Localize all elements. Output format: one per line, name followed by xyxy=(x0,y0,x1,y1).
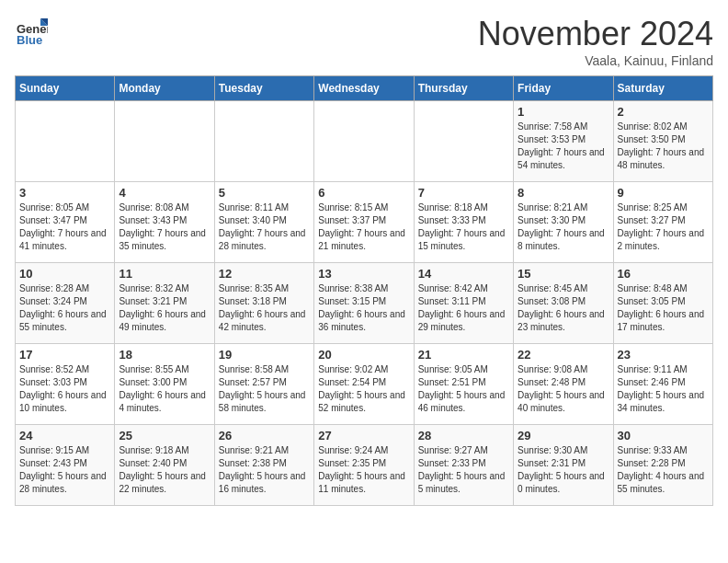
day-info: Sunrise: 8:52 AM Sunset: 3:03 PM Dayligh… xyxy=(19,363,110,415)
day-number: 17 xyxy=(19,348,110,362)
calendar-cell: 5Sunrise: 8:11 AM Sunset: 3:40 PM Daylig… xyxy=(214,182,313,263)
col-header-wednesday: Wednesday xyxy=(314,76,414,101)
day-info: Sunrise: 8:02 AM Sunset: 3:50 PM Dayligh… xyxy=(618,121,709,172)
day-info: Sunrise: 8:45 AM Sunset: 3:08 PM Dayligh… xyxy=(518,282,609,334)
day-number: 23 xyxy=(618,348,709,362)
day-info: Sunrise: 9:18 AM Sunset: 2:40 PM Dayligh… xyxy=(119,444,210,496)
day-number: 21 xyxy=(418,348,509,362)
calendar-cell: 27Sunrise: 9:24 AM Sunset: 2:35 PM Dayli… xyxy=(314,425,414,506)
day-number: 25 xyxy=(119,429,210,442)
calendar-cell: 29Sunrise: 9:30 AM Sunset: 2:31 PM Dayli… xyxy=(514,425,613,506)
day-info: Sunrise: 8:58 AM Sunset: 2:57 PM Dayligh… xyxy=(219,363,310,415)
calendar-table: SundayMondayTuesdayWednesdayThursdayFrid… xyxy=(15,75,713,506)
calendar-cell: 14Sunrise: 8:42 AM Sunset: 3:11 PM Dayli… xyxy=(414,263,513,344)
day-info: Sunrise: 8:05 AM Sunset: 3:47 PM Dayligh… xyxy=(19,201,110,253)
day-number: 29 xyxy=(518,429,609,442)
calendar-cell: 23Sunrise: 9:11 AM Sunset: 2:46 PM Dayli… xyxy=(613,344,712,425)
calendar-cell xyxy=(314,101,414,182)
calendar-cell: 15Sunrise: 8:45 AM Sunset: 3:08 PM Dayli… xyxy=(514,263,613,344)
day-number: 15 xyxy=(518,267,609,281)
day-number: 10 xyxy=(19,267,110,281)
calendar-cell xyxy=(214,101,313,182)
day-info: Sunrise: 9:02 AM Sunset: 2:54 PM Dayligh… xyxy=(318,363,409,415)
subtitle: Vaala, Kainuu, Finland xyxy=(478,53,713,68)
day-info: Sunrise: 9:33 AM Sunset: 2:28 PM Dayligh… xyxy=(618,444,709,496)
day-info: Sunrise: 8:55 AM Sunset: 3:00 PM Dayligh… xyxy=(119,363,210,415)
day-number: 12 xyxy=(219,267,310,281)
day-info: Sunrise: 9:24 AM Sunset: 2:35 PM Dayligh… xyxy=(318,444,409,496)
day-number: 16 xyxy=(618,267,709,281)
calendar-cell xyxy=(414,101,513,182)
day-info: Sunrise: 8:42 AM Sunset: 3:11 PM Dayligh… xyxy=(418,282,509,334)
calendar-cell: 10Sunrise: 8:28 AM Sunset: 3:24 PM Dayli… xyxy=(16,263,115,344)
title-area: November 2024 Vaala, Kainuu, Finland xyxy=(478,15,713,68)
day-info: Sunrise: 9:11 AM Sunset: 2:46 PM Dayligh… xyxy=(618,363,709,415)
day-number: 11 xyxy=(119,267,210,281)
day-info: Sunrise: 8:48 AM Sunset: 3:05 PM Dayligh… xyxy=(618,282,709,334)
day-info: Sunrise: 8:21 AM Sunset: 3:30 PM Dayligh… xyxy=(518,201,609,253)
header: General Blue November 2024 Vaala, Kainuu… xyxy=(15,15,713,68)
day-info: Sunrise: 9:21 AM Sunset: 2:38 PM Dayligh… xyxy=(219,444,310,496)
calendar-cell: 18Sunrise: 8:55 AM Sunset: 3:00 PM Dayli… xyxy=(115,344,214,425)
day-number: 7 xyxy=(418,186,509,200)
day-info: Sunrise: 8:35 AM Sunset: 3:18 PM Dayligh… xyxy=(219,282,310,334)
day-number: 14 xyxy=(418,267,509,281)
day-number: 22 xyxy=(518,348,609,362)
day-number: 6 xyxy=(318,186,409,200)
calendar-cell: 3Sunrise: 8:05 AM Sunset: 3:47 PM Daylig… xyxy=(16,182,115,263)
calendar-cell: 30Sunrise: 9:33 AM Sunset: 2:28 PM Dayli… xyxy=(613,425,712,506)
calendar-cell: 1Sunrise: 7:58 AM Sunset: 3:53 PM Daylig… xyxy=(514,101,613,182)
day-info: Sunrise: 8:15 AM Sunset: 3:37 PM Dayligh… xyxy=(318,201,409,253)
calendar-cell: 20Sunrise: 9:02 AM Sunset: 2:54 PM Dayli… xyxy=(314,344,414,425)
calendar-cell: 8Sunrise: 8:21 AM Sunset: 3:30 PM Daylig… xyxy=(514,182,613,263)
calendar-cell xyxy=(115,101,214,182)
day-number: 30 xyxy=(618,429,709,442)
calendar-cell: 13Sunrise: 8:38 AM Sunset: 3:15 PM Dayli… xyxy=(314,263,414,344)
day-info: Sunrise: 8:38 AM Sunset: 3:15 PM Dayligh… xyxy=(318,282,409,334)
day-info: Sunrise: 9:15 AM Sunset: 2:43 PM Dayligh… xyxy=(19,444,110,496)
day-number: 26 xyxy=(219,429,310,442)
day-number: 18 xyxy=(119,348,210,362)
svg-text:Blue: Blue xyxy=(17,33,42,47)
day-number: 5 xyxy=(219,186,310,200)
calendar-cell: 12Sunrise: 8:35 AM Sunset: 3:18 PM Dayli… xyxy=(214,263,313,344)
day-info: Sunrise: 8:18 AM Sunset: 3:33 PM Dayligh… xyxy=(418,201,509,253)
day-number: 8 xyxy=(518,186,609,200)
day-info: Sunrise: 7:58 AM Sunset: 3:53 PM Dayligh… xyxy=(518,121,609,172)
day-number: 24 xyxy=(19,429,110,442)
day-number: 1 xyxy=(518,105,609,119)
calendar-cell: 16Sunrise: 8:48 AM Sunset: 3:05 PM Dayli… xyxy=(613,263,712,344)
calendar-cell: 7Sunrise: 8:18 AM Sunset: 3:33 PM Daylig… xyxy=(414,182,513,263)
day-number: 20 xyxy=(318,348,409,362)
logo-icon: General Blue xyxy=(15,15,48,48)
calendar-cell: 4Sunrise: 8:08 AM Sunset: 3:43 PM Daylig… xyxy=(115,182,214,263)
calendar-cell xyxy=(16,101,115,182)
day-number: 4 xyxy=(119,186,210,200)
calendar-cell: 28Sunrise: 9:27 AM Sunset: 2:33 PM Dayli… xyxy=(414,425,513,506)
day-info: Sunrise: 9:05 AM Sunset: 2:51 PM Dayligh… xyxy=(418,363,509,415)
col-header-saturday: Saturday xyxy=(613,76,712,101)
day-number: 13 xyxy=(318,267,409,281)
day-number: 19 xyxy=(219,348,310,362)
day-info: Sunrise: 8:08 AM Sunset: 3:43 PM Dayligh… xyxy=(119,201,210,253)
calendar-cell: 19Sunrise: 8:58 AM Sunset: 2:57 PM Dayli… xyxy=(214,344,313,425)
calendar-cell: 25Sunrise: 9:18 AM Sunset: 2:40 PM Dayli… xyxy=(115,425,214,506)
calendar-cell: 6Sunrise: 8:15 AM Sunset: 3:37 PM Daylig… xyxy=(314,182,414,263)
calendar-cell: 26Sunrise: 9:21 AM Sunset: 2:38 PM Dayli… xyxy=(214,425,313,506)
day-info: Sunrise: 9:27 AM Sunset: 2:33 PM Dayligh… xyxy=(418,444,509,496)
calendar-cell: 21Sunrise: 9:05 AM Sunset: 2:51 PM Dayli… xyxy=(414,344,513,425)
calendar-cell: 2Sunrise: 8:02 AM Sunset: 3:50 PM Daylig… xyxy=(613,101,712,182)
col-header-tuesday: Tuesday xyxy=(214,76,313,101)
day-number: 2 xyxy=(618,105,709,119)
day-info: Sunrise: 9:08 AM Sunset: 2:48 PM Dayligh… xyxy=(518,363,609,415)
day-info: Sunrise: 9:30 AM Sunset: 2:31 PM Dayligh… xyxy=(518,444,609,496)
calendar-cell: 24Sunrise: 9:15 AM Sunset: 2:43 PM Dayli… xyxy=(16,425,115,506)
day-number: 27 xyxy=(318,429,409,442)
day-number: 3 xyxy=(19,186,110,200)
day-info: Sunrise: 8:25 AM Sunset: 3:27 PM Dayligh… xyxy=(618,201,709,253)
calendar-cell: 22Sunrise: 9:08 AM Sunset: 2:48 PM Dayli… xyxy=(514,344,613,425)
col-header-friday: Friday xyxy=(514,76,613,101)
calendar-cell: 17Sunrise: 8:52 AM Sunset: 3:03 PM Dayli… xyxy=(16,344,115,425)
day-info: Sunrise: 8:11 AM Sunset: 3:40 PM Dayligh… xyxy=(219,201,310,253)
col-header-thursday: Thursday xyxy=(414,76,513,101)
